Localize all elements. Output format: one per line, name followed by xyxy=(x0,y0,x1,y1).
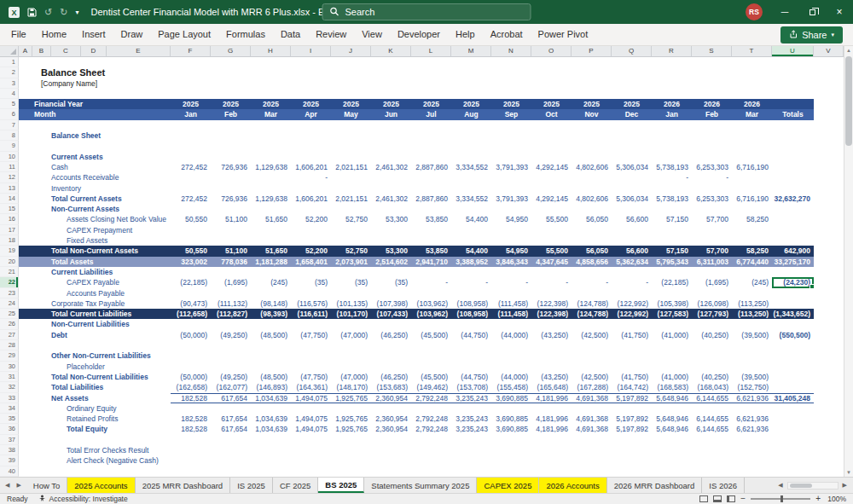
cell-r7-c4[interactable] xyxy=(291,120,331,130)
cell-r6-c15[interactable]: Mar xyxy=(732,109,772,119)
cell-r21-c3[interactable] xyxy=(251,267,291,277)
cell-r2-c10[interactable] xyxy=(531,67,572,78)
cell-r18-c7[interactable] xyxy=(411,235,451,246)
cell-r31-total[interactable] xyxy=(772,372,814,382)
cell-r27-c5[interactable]: (47,000) xyxy=(331,330,371,340)
cell-r26-c1[interactable] xyxy=(171,319,211,329)
cell-r8-c1[interactable] xyxy=(171,130,211,141)
cell-r27-V[interactable] xyxy=(814,330,844,340)
cell-r37-total[interactable] xyxy=(772,435,814,445)
cell-r18-V[interactable] xyxy=(814,235,844,246)
cell-r40-c1[interactable] xyxy=(171,466,211,477)
cell-r32-c10[interactable]: (165,648) xyxy=(531,382,572,392)
cell-r7-c5[interactable] xyxy=(331,120,371,130)
cell-r40-c9[interactable] xyxy=(491,466,531,477)
row-header-16[interactable]: 16 xyxy=(0,214,19,224)
cell-r32-c9[interactable]: (155,458) xyxy=(491,382,531,392)
cell-r33-c15[interactable]: 6,621,936 xyxy=(732,393,772,403)
cell-r10-c3[interactable] xyxy=(251,152,291,162)
cell-r31-c6[interactable]: (46,250) xyxy=(371,372,411,382)
cell-r39-c6[interactable] xyxy=(371,455,411,466)
row-header-33[interactable]: 33 xyxy=(0,393,19,403)
cell-r36-c14[interactable]: 6,144,655 xyxy=(692,424,732,434)
cell-r6-c2[interactable]: Feb xyxy=(211,109,251,119)
cell-r25-c2[interactable]: (112,827) xyxy=(211,309,251,319)
ribbon-tab-home[interactable]: Home xyxy=(34,24,74,45)
cell-r15-c13[interactable] xyxy=(652,204,692,214)
cell-r28-c8[interactable] xyxy=(451,340,491,350)
search-input[interactable]: Search xyxy=(322,3,531,20)
cell-r4-c1[interactable] xyxy=(171,89,211,99)
cell-r36-c3[interactable]: 1,034,639 xyxy=(251,424,291,434)
cell-r1-c2[interactable] xyxy=(211,57,251,67)
cell-r40-c8[interactable] xyxy=(451,466,491,477)
cell-r24-c5[interactable]: (101,135) xyxy=(331,298,371,309)
cell-r23-c6[interactable] xyxy=(371,288,411,298)
row-header-35[interactable]: 35 xyxy=(0,414,19,424)
column-header-I[interactable]: I xyxy=(291,46,331,57)
cell-r32-c2[interactable]: (162,077) xyxy=(211,382,251,392)
row-header-32[interactable]: 32 xyxy=(0,382,19,392)
cell-r5-c13[interactable]: 2026 xyxy=(652,99,692,109)
cell-r8-c15[interactable] xyxy=(732,130,772,141)
row-header-18[interactable]: 18 xyxy=(0,235,19,246)
row-37-label[interactable] xyxy=(19,435,171,445)
page-layout-view-icon[interactable] xyxy=(713,495,722,502)
cell-r24-c2[interactable]: (111,132) xyxy=(211,298,251,309)
cell-r14-c1[interactable]: 272,452 xyxy=(171,194,211,204)
cell-r19-c10[interactable]: 55,500 xyxy=(531,246,572,256)
cell-r33-V[interactable] xyxy=(814,393,844,403)
cell-r39-c13[interactable] xyxy=(652,455,692,466)
cell-r24-c10[interactable]: (122,398) xyxy=(531,298,572,309)
cell-r24-c4[interactable]: (116,576) xyxy=(291,298,331,309)
cell-r24-c13[interactable]: (105,398) xyxy=(652,298,692,309)
cell-r40-c6[interactable] xyxy=(371,466,411,477)
row-4-label[interactable] xyxy=(19,89,171,99)
cell-r1-c9[interactable] xyxy=(491,57,531,67)
cell-r9-c8[interactable] xyxy=(451,141,491,151)
cell-r33-c4[interactable]: 1,494,075 xyxy=(291,393,331,403)
cell-r32-total[interactable] xyxy=(772,382,814,392)
column-header-B[interactable]: B xyxy=(32,46,51,57)
cell-r33-c11[interactable]: 4,691,368 xyxy=(572,393,612,403)
cell-r2-c9[interactable] xyxy=(491,67,531,78)
column-header-Q[interactable]: Q xyxy=(612,46,652,57)
cell-r31-c5[interactable]: (47,000) xyxy=(331,372,371,382)
cell-r3-c1[interactable] xyxy=(171,78,211,89)
cell-r28-V[interactable] xyxy=(814,340,844,350)
cell-r30-c11[interactable] xyxy=(572,362,612,372)
cell-r39-c10[interactable] xyxy=(531,455,572,466)
cell-r4-c7[interactable] xyxy=(411,89,451,99)
cell-r16-c13[interactable]: 57,150 xyxy=(652,214,692,224)
cell-r34-c10[interactable] xyxy=(531,403,572,414)
cell-r4-c13[interactable] xyxy=(652,89,692,99)
cell-r23-c4[interactable] xyxy=(291,288,331,298)
cell-r30-c9[interactable] xyxy=(491,362,531,372)
cell-r1-c4[interactable] xyxy=(291,57,331,67)
row-header-5[interactable]: 5 xyxy=(0,99,19,109)
cell-r36-c9[interactable]: 3,690,885 xyxy=(491,424,531,434)
cell-r22-c2[interactable]: (1,695) xyxy=(211,277,251,287)
cell-r15-c8[interactable] xyxy=(451,204,491,214)
undo-icon[interactable]: ↺ xyxy=(44,7,52,18)
column-header-K[interactable]: K xyxy=(371,46,411,57)
scroll-down-icon[interactable]: ▼ xyxy=(846,468,851,477)
cell-r35-c14[interactable]: 6,144,655 xyxy=(692,414,732,424)
cell-r33-c6[interactable]: 2,360,954 xyxy=(371,393,411,403)
cell-r13-c7[interactable] xyxy=(411,183,451,194)
cell-r25-c7[interactable]: (103,962) xyxy=(411,309,451,319)
cell-r10-c7[interactable] xyxy=(411,152,451,162)
customize-qat-chevron-icon[interactable]: ▾ xyxy=(75,9,78,16)
cell-r39-c4[interactable] xyxy=(291,455,331,466)
cell-r19-c13[interactable]: 57,150 xyxy=(652,246,692,256)
cell-r23-c3[interactable] xyxy=(251,288,291,298)
cell-r29-c4[interactable] xyxy=(291,350,331,361)
cell-r33-c2[interactable]: 617,654 xyxy=(211,393,251,403)
cell-r3-c4[interactable] xyxy=(291,78,331,89)
cell-r34-total[interactable] xyxy=(772,403,814,414)
vertical-scroll-thumb[interactable] xyxy=(845,56,852,146)
cell-r35-c2[interactable]: 617,654 xyxy=(211,414,251,424)
column-header-N[interactable]: N xyxy=(491,46,531,57)
cell-r28-c12[interactable] xyxy=(612,340,652,350)
row-header-20[interactable]: 20 xyxy=(0,257,19,267)
